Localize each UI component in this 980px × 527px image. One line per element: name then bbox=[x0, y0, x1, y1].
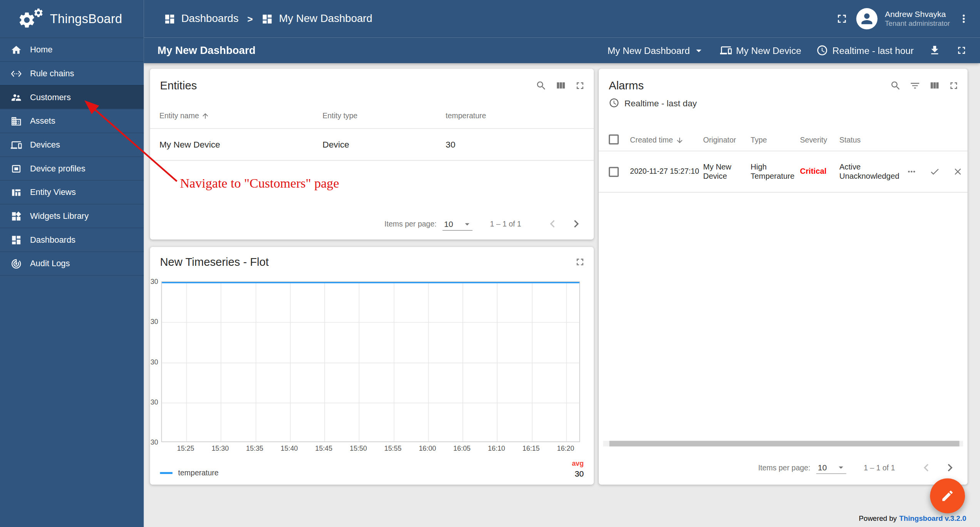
row-checkbox[interactable] bbox=[609, 167, 619, 177]
sidebar-item-rule-chains[interactable]: Rule chains bbox=[0, 61, 144, 85]
column-label: temperature bbox=[446, 111, 486, 120]
column-created-time[interactable]: Created time bbox=[630, 136, 703, 144]
column-label: Status bbox=[839, 136, 861, 144]
column-temperature[interactable]: temperature bbox=[446, 111, 584, 120]
table-row[interactable]: My New Device Device 30 bbox=[150, 129, 594, 161]
prev-page-button[interactable] bbox=[919, 460, 934, 475]
legend-item-temperature[interactable]: temperature bbox=[160, 468, 219, 477]
x-tick-label: 16:20 bbox=[557, 445, 575, 452]
more-actions-icon[interactable] bbox=[906, 166, 917, 177]
column-label: Entity name bbox=[159, 111, 199, 120]
column-type[interactable]: Type bbox=[750, 136, 800, 144]
sidebar-item-assets[interactable]: Assets bbox=[0, 109, 144, 133]
series-label: temperature bbox=[178, 468, 219, 477]
timewindow-select[interactable]: Realtime - last hour bbox=[816, 44, 914, 56]
search-icon[interactable] bbox=[536, 80, 547, 91]
x-tick-label: 15:50 bbox=[350, 445, 367, 452]
select-all-checkbox[interactable] bbox=[609, 134, 619, 144]
page-size-value: 10 bbox=[444, 219, 453, 228]
thingsboard-version-link[interactable]: Thingsboard v.3.2.0 bbox=[899, 515, 966, 522]
column-severity[interactable]: Severity bbox=[800, 136, 839, 144]
user-role: Tenant administrator bbox=[885, 20, 950, 28]
gridline-v bbox=[221, 282, 221, 441]
sidebar-item-label: Entity Views bbox=[30, 188, 76, 197]
alarms-widget: Alarms Realtime - last day Created time … bbox=[599, 69, 968, 485]
edit-dashboard-fab[interactable] bbox=[930, 478, 965, 514]
screen: ThingsBoard Home Rule chains Customers A… bbox=[0, 0, 980, 527]
gridline-v bbox=[255, 282, 256, 441]
column-entity-type[interactable]: Entity type bbox=[323, 111, 446, 120]
chevron-down-icon bbox=[692, 44, 705, 56]
sidebar-item-widgets-library[interactable]: Widgets Library bbox=[0, 204, 144, 228]
fullscreen-icon[interactable] bbox=[835, 12, 849, 26]
legend-aggregation: avg 30 bbox=[572, 460, 584, 478]
export-download-icon[interactable] bbox=[929, 44, 941, 56]
entity-alias-value: My New Device bbox=[736, 45, 801, 56]
device-icon bbox=[720, 44, 732, 56]
audit-logs-icon bbox=[11, 258, 22, 269]
widget-title: Entities bbox=[160, 78, 197, 93]
alarms-timewindow[interactable]: Realtime - last day bbox=[599, 93, 968, 108]
clock-icon bbox=[816, 44, 828, 56]
prev-page-button[interactable] bbox=[545, 217, 560, 232]
temperature-series-line bbox=[162, 282, 579, 283]
expand-fullscreen-icon[interactable] bbox=[956, 44, 968, 56]
page-size-select[interactable]: 10 bbox=[443, 217, 472, 230]
table-row[interactable]: 2020-11-27 15:27:10 My New Device High T… bbox=[599, 151, 968, 193]
filter-icon[interactable] bbox=[910, 80, 921, 91]
dashboard-state-select[interactable]: My New Dashboard bbox=[608, 44, 705, 56]
dashboards-icon bbox=[11, 234, 22, 245]
sidebar-item-entity-views[interactable]: Entity Views bbox=[0, 180, 144, 204]
sidebar-nav: Home Rule chains Customers Assets Device… bbox=[0, 37, 144, 275]
fullscreen-icon[interactable] bbox=[575, 256, 586, 267]
more-vert-icon[interactable] bbox=[958, 12, 970, 25]
top-bar: Dashboards > My New Dashboard Andrew Shv… bbox=[144, 0, 980, 37]
entities-widget: Entities Entity name Entity type tempera… bbox=[150, 69, 594, 240]
breadcrumb: Dashboards > My New Dashboard bbox=[164, 12, 372, 25]
breadcrumb-dashboards[interactable]: Dashboards bbox=[164, 12, 238, 25]
column-originator[interactable]: Originator bbox=[703, 136, 750, 144]
breadcrumb-label: My New Dashboard bbox=[279, 12, 372, 25]
sort-asc-icon bbox=[201, 112, 209, 120]
column-status[interactable]: Status bbox=[839, 136, 906, 144]
sidebar-item-dashboards[interactable]: Dashboards bbox=[0, 228, 144, 252]
sidebar-item-device-profiles[interactable]: Device profiles bbox=[0, 156, 144, 180]
sidebar-item-customers[interactable]: Customers bbox=[0, 85, 144, 109]
state-select-value: My New Dashboard bbox=[608, 45, 690, 56]
breadcrumb-current-dashboard[interactable]: My New Dashboard bbox=[261, 12, 372, 25]
horizontal-scrollbar[interactable] bbox=[603, 441, 963, 446]
search-icon[interactable] bbox=[890, 80, 901, 91]
gridline-v bbox=[394, 282, 394, 441]
fullscreen-icon[interactable] bbox=[575, 80, 586, 91]
sidebar-item-label: Device profiles bbox=[30, 164, 85, 173]
column-label: Type bbox=[750, 136, 767, 144]
page-size-select[interactable]: 10 bbox=[817, 461, 846, 474]
acknowledge-icon[interactable] bbox=[930, 166, 940, 177]
sidebar-item-devices[interactable]: Devices bbox=[0, 133, 144, 156]
column-entity-name[interactable]: Entity name bbox=[159, 111, 323, 120]
sidebar-item-home[interactable]: Home bbox=[0, 37, 144, 61]
user-name: Andrew Shvayka bbox=[885, 9, 950, 19]
page-size-value: 10 bbox=[818, 463, 827, 472]
gridline-v bbox=[566, 282, 567, 441]
sidebar-item-label: Widgets Library bbox=[30, 211, 89, 221]
x-tick-label: 15:40 bbox=[281, 445, 298, 452]
clear-alarm-icon[interactable] bbox=[953, 166, 963, 177]
columns-icon[interactable] bbox=[929, 80, 940, 91]
sidebar-item-audit-logs[interactable]: Audit Logs bbox=[0, 251, 144, 275]
app-logo[interactable]: ThingsBoard bbox=[0, 0, 144, 37]
assets-icon bbox=[11, 115, 22, 126]
fullscreen-icon[interactable] bbox=[948, 80, 959, 91]
alarms-table-header: Created time Originator Type Severity St… bbox=[599, 108, 968, 151]
edit-pencil-icon bbox=[941, 489, 955, 503]
next-page-button[interactable] bbox=[943, 460, 958, 475]
avatar[interactable] bbox=[856, 8, 877, 29]
scrollbar-thumb[interactable] bbox=[610, 441, 960, 446]
gridline-h bbox=[162, 363, 579, 363]
y-axis-labels: 3030303030 bbox=[150, 278, 158, 446]
dashboard-title: My New Dashboard bbox=[157, 44, 256, 56]
columns-icon[interactable] bbox=[555, 80, 566, 91]
cell-entity-name: My New Device bbox=[159, 139, 323, 149]
entity-alias-select[interactable]: My New Device bbox=[720, 44, 801, 56]
next-page-button[interactable] bbox=[569, 217, 584, 232]
